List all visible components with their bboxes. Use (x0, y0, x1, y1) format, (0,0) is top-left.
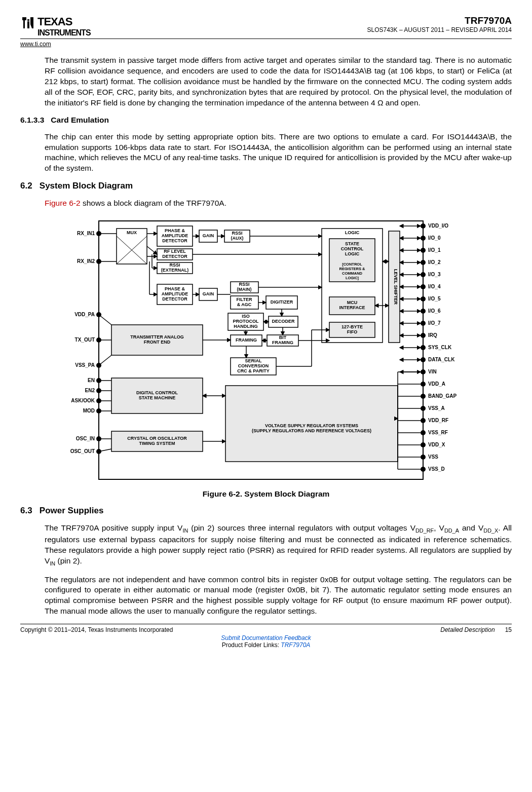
svg-point-61 (421, 455, 426, 460)
svg-text:DIGITIZER: DIGITIZER (271, 300, 293, 305)
svg-point-35 (421, 296, 426, 301)
svg-point-43 (421, 345, 426, 350)
footer-section: Detailed Description (440, 626, 495, 633)
para-6-1-3-3: The chip can enter this mode by setting … (45, 132, 512, 174)
svg-text:MOD: MOD (83, 408, 95, 413)
svg-text:STATE MACHINE: STATE MACHINE (139, 396, 176, 401)
svg-point-23 (421, 223, 426, 229)
svg-point-59 (421, 442, 426, 447)
svg-text:BIT: BIT (279, 335, 287, 341)
svg-text:CRC & PARITY: CRC & PARITY (237, 369, 269, 374)
product-links-prefix: Product Folder Links: (222, 642, 281, 649)
svg-text:SERIAL: SERIAL (245, 359, 262, 364)
svg-text:VDD_X: VDD_X (428, 442, 445, 447)
page-header: TEXAS INSTRUMENTS TRF7970A SLOS743K – AU… (20, 15, 512, 39)
svg-text:DETECTOR: DETECTOR (162, 254, 187, 259)
svg-text:(MAIN): (MAIN) (237, 287, 252, 292)
product-link[interactable]: TRF7970A (281, 642, 310, 649)
svg-text:RX_IN1: RX_IN1 (77, 231, 95, 236)
heading-6-3: 6.3 Power Supplies (20, 506, 512, 516)
svg-point-25 (421, 236, 426, 241)
svg-text:DATA_CLK: DATA_CLK (428, 357, 455, 362)
svg-text:I/O_7: I/O_7 (428, 320, 441, 326)
svg-point-41 (421, 333, 426, 338)
svg-text:DIGITAL CONTROL: DIGITAL CONTROL (136, 391, 178, 396)
svg-text:PHASE &: PHASE & (165, 287, 185, 292)
svg-text:BAND_GAP: BAND_GAP (428, 393, 457, 399)
svg-text:SYS_CLK: SYS_CLK (428, 345, 452, 350)
svg-text:MCU: MCU (347, 300, 358, 306)
svg-text:HANDLING: HANDLING (234, 324, 258, 329)
svg-text:PROTOCOL: PROTOCOL (233, 319, 259, 324)
svg-text:VDD_PA: VDD_PA (74, 312, 95, 317)
svg-text:GAIN: GAIN (203, 292, 214, 297)
svg-text:OSC_IN: OSC_IN (76, 436, 95, 441)
svg-text:I/O_0: I/O_0 (428, 235, 441, 241)
para-6-3-a: The TRF7970A positive supply input VIN (… (45, 523, 512, 567)
feedback-link[interactable]: Submit Documentation Feedback (221, 634, 311, 642)
svg-text:DETECTOR: DETECTOR (162, 297, 187, 302)
svg-text:I/O_5: I/O_5 (428, 296, 441, 301)
svg-text:VSS: VSS (428, 454, 438, 460)
svg-text:EN2: EN2 (85, 388, 95, 393)
svg-text:FRAMING: FRAMING (236, 338, 257, 343)
svg-text:VSS_A: VSS_A (428, 405, 445, 411)
svg-text:AMPLITUDE: AMPLITUDE (162, 234, 188, 239)
svg-text:VDD_I/O: VDD_I/O (428, 223, 448, 229)
svg-point-51 (421, 394, 426, 399)
svg-text:TIMING SYSTEM: TIMING SYSTEM (139, 441, 175, 446)
svg-text:FILTER: FILTER (237, 297, 252, 303)
ti-logo-icon (20, 15, 35, 33)
svg-point-37 (421, 309, 426, 314)
website-link[interactable]: www.ti.com (20, 41, 51, 48)
svg-text:VSS_PA: VSS_PA (75, 362, 95, 368)
para-6-3-b: The regulators are not independent and h… (45, 575, 512, 617)
svg-line-173 (99, 315, 111, 325)
svg-text:LEVEL SHIFTER: LEVEL SHIFTER (393, 269, 398, 305)
part-number: TRF7970A (367, 15, 512, 26)
svg-text:LOGIC]: LOGIC] (346, 276, 359, 280)
page-footer: Copyright © 2011–2014, Texas Instruments… (20, 624, 512, 633)
svg-text:FIFO: FIFO (347, 330, 358, 335)
svg-point-47 (421, 369, 426, 374)
page-number: 15 (505, 626, 512, 633)
svg-text:COMMAND: COMMAND (342, 271, 363, 276)
svg-text:TRANSMITTER ANALOG: TRANSMITTER ANALOG (130, 335, 184, 340)
heading-6-1-3-3: 6.1.3.3 Card Emulation (20, 116, 512, 125)
svg-text:VSS_D: VSS_D (428, 466, 445, 472)
svg-text:RSSI: RSSI (169, 263, 180, 268)
svg-text:AMPLITUDE: AMPLITUDE (162, 292, 188, 297)
svg-text:VIN: VIN (428, 369, 437, 374)
svg-text:CONTROL: CONTROL (341, 247, 364, 252)
copyright: Copyright © 2011–2014, Texas Instruments… (20, 626, 173, 633)
svg-text:(SUPPLY REGULATORS AND REFEREN: (SUPPLY REGULATORS AND REFERENCE VOLTAGE… (252, 429, 371, 434)
svg-point-31 (421, 272, 426, 277)
svg-text:I/O_6: I/O_6 (428, 308, 441, 314)
svg-text:TX_OUT: TX_OUT (75, 337, 95, 343)
svg-text:LOGIC: LOGIC (345, 231, 360, 236)
figure-link[interactable]: Figure 6-2 (45, 199, 81, 207)
svg-point-33 (421, 284, 426, 289)
svg-point-29 (421, 260, 426, 265)
svg-text:GAIN: GAIN (203, 234, 214, 239)
svg-point-55 (421, 418, 426, 423)
svg-text:I/O_1: I/O_1 (428, 247, 441, 253)
intro-paragraph: The transmit system in passive target mo… (45, 55, 512, 108)
svg-point-57 (421, 430, 426, 435)
svg-text:IRQ: IRQ (428, 332, 437, 338)
svg-text:I/O_3: I/O_3 (428, 272, 441, 277)
svg-text:DECODER: DECODER (272, 319, 295, 324)
svg-text:VSS_RF: VSS_RF (428, 430, 448, 435)
svg-point-53 (421, 406, 426, 411)
svg-text:FRAMING: FRAMING (272, 341, 293, 346)
figure-caption: Figure 6-2. System Block Diagram (20, 489, 512, 499)
svg-text:DETECTOR: DETECTOR (162, 239, 187, 244)
svg-text:STATE: STATE (345, 242, 359, 247)
svg-text:127-BYTE: 127-BYTE (341, 325, 363, 330)
svg-text:ASK/OOK: ASK/OOK (71, 398, 95, 403)
svg-point-27 (421, 248, 426, 253)
svg-text:I/O_2: I/O_2 (428, 259, 441, 265)
svg-point-49 (421, 382, 426, 387)
svg-text:REGISTERS &: REGISTERS & (339, 267, 365, 271)
svg-text:CONVERSION: CONVERSION (238, 364, 269, 369)
